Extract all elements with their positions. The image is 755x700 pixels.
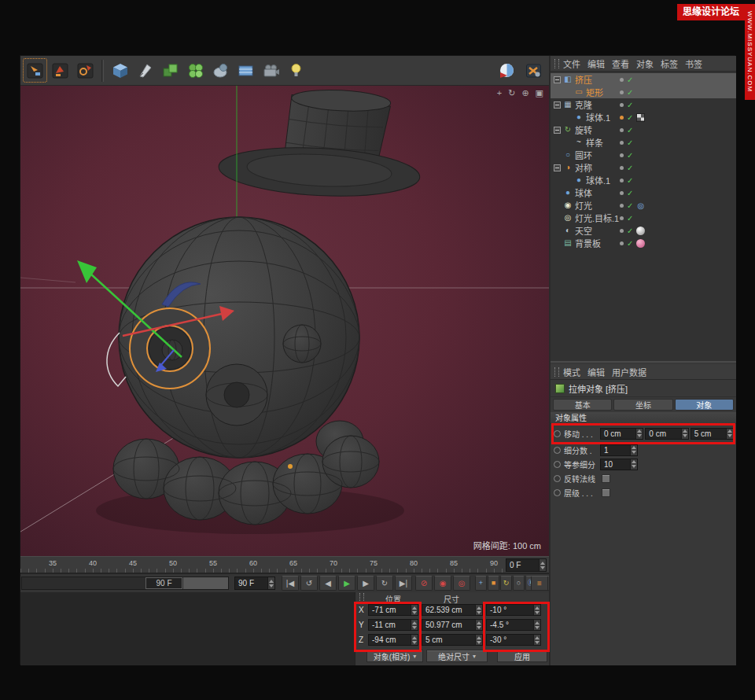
keyframe-selection-button[interactable]: ◎ — [453, 576, 470, 591]
layer-dot[interactable] — [620, 128, 624, 132]
layer-dot[interactable] — [620, 103, 624, 107]
spinner[interactable] — [411, 605, 418, 615]
spinner[interactable] — [533, 620, 540, 630]
target-tag[interactable]: ◎ — [636, 201, 645, 210]
goto-end-button[interactable]: ▶| — [395, 576, 412, 591]
enabled-check[interactable]: ✓ — [627, 227, 633, 235]
step-back-button[interactable]: ◀ — [319, 576, 337, 591]
camera-button[interactable] — [259, 58, 283, 83]
pan-icon[interactable]: + — [497, 88, 502, 98]
modeling-objects-button[interactable] — [183, 58, 208, 83]
anim-dot-icon[interactable] — [554, 475, 561, 482]
timeline-ruler[interactable]: 30354045505560657075808590 0 F — [20, 556, 549, 573]
expand-toggle[interactable] — [554, 101, 561, 109]
value-field[interactable]: 1 — [600, 444, 638, 456]
scene-canvas[interactable] — [20, 86, 549, 556]
checkbox[interactable] — [602, 474, 610, 483]
primitive-cube-button[interactable] — [108, 58, 132, 83]
floor-environment-button[interactable] — [234, 58, 258, 83]
size-mode-button[interactable]: 绝对尺寸▾ — [426, 650, 488, 662]
spinner[interactable] — [533, 605, 540, 615]
spinner[interactable] — [475, 620, 482, 630]
om-menu-item-3[interactable]: 对象 — [636, 57, 654, 70]
om-menu-item-1[interactable]: 编辑 — [587, 57, 605, 70]
expand-toggle[interactable] — [554, 127, 561, 134]
object-row[interactable]: ◉灯光✓◎ — [551, 199, 736, 212]
selection-tool-button[interactable] — [23, 58, 47, 83]
panel-grip[interactable] — [554, 367, 559, 377]
checker-tag[interactable] — [636, 113, 645, 122]
am-menu-item-0[interactable]: 模式 — [563, 366, 580, 378]
anim-dot-icon[interactable] — [554, 461, 561, 468]
tool-options-button[interactable] — [73, 58, 98, 83]
value-field[interactable]: 10 — [600, 459, 638, 470]
enabled-check[interactable]: ✓ — [627, 201, 633, 210]
spinner[interactable] — [411, 620, 418, 630]
render-view-button[interactable] — [495, 58, 519, 83]
record-position-button[interactable]: + — [475, 576, 487, 591]
slider-track[interactable] — [183, 577, 228, 589]
value-field[interactable]: 5 cm — [691, 428, 734, 440]
object-row[interactable]: ▦克隆✓ — [551, 98, 736, 111]
checkbox[interactable] — [602, 488, 610, 497]
pen-spline-button[interactable] — [133, 58, 157, 83]
timeline-end-field[interactable]: 0 F — [506, 558, 547, 572]
position-field[interactable]: -94 cm — [368, 634, 418, 646]
move-tool-button[interactable] — [48, 58, 72, 83]
layer-dot[interactable] — [620, 116, 624, 120]
enabled-check[interactable]: ✓ — [627, 113, 633, 122]
object-row[interactable]: ▭矩形✓ — [551, 86, 736, 98]
enabled-check[interactable]: ✓ — [627, 189, 633, 197]
object-row[interactable]: ◐天空✓ — [551, 224, 736, 237]
enabled-check[interactable]: ✓ — [627, 151, 633, 160]
step-forward-button[interactable]: ▶ — [357, 576, 374, 591]
spinner[interactable] — [475, 605, 482, 615]
enabled-check[interactable]: ✓ — [627, 101, 633, 109]
maximize-icon[interactable]: ▣ — [536, 88, 543, 98]
anim-dot-icon[interactable] — [554, 447, 561, 454]
layer-dot[interactable] — [620, 90, 624, 94]
layer-dot[interactable] — [620, 241, 624, 245]
play-reverse-button[interactable]: ↺ — [300, 576, 318, 591]
om-menu-item-5[interactable]: 书签 — [685, 57, 702, 70]
mouth-torus[interactable] — [206, 364, 267, 426]
record-scale-button[interactable]: ■ — [488, 576, 499, 591]
object-row[interactable]: ●球体.1✓ — [551, 174, 736, 186]
enabled-check[interactable]: ✓ — [627, 176, 633, 185]
spinner[interactable] — [681, 429, 688, 439]
object-row[interactable]: ○圆环✓ — [551, 149, 736, 161]
top-hat[interactable] — [218, 86, 425, 201]
object-row[interactable]: ↻旋转✓ — [551, 123, 736, 136]
position-mode-button[interactable]: 对象(相对)▾ — [366, 650, 423, 662]
apply-button[interactable]: 应用 — [497, 650, 547, 662]
rotation-field[interactable]: -4.5 ° — [486, 619, 541, 631]
spinner[interactable] — [726, 429, 733, 439]
layer-dot[interactable] — [620, 153, 624, 157]
attr-tab-2[interactable]: 对象 — [675, 399, 734, 411]
pink-tag[interactable] — [636, 239, 645, 248]
position-field[interactable]: -11 cm — [368, 619, 418, 631]
selected-point[interactable] — [288, 464, 293, 469]
size-field[interactable]: 62.539 cm — [422, 604, 483, 616]
record-keyframe-button[interactable]: ⊘ — [415, 576, 433, 591]
spinner[interactable] — [475, 635, 482, 645]
loop-button[interactable]: ↻ — [376, 576, 393, 591]
render-settings-button[interactable] — [521, 58, 546, 83]
orbit-icon[interactable]: ↻ — [508, 88, 515, 98]
spinner[interactable] — [635, 429, 643, 439]
rotation-field[interactable]: -10 ° — [486, 604, 541, 616]
am-menu-item-2[interactable]: 用户数据 — [612, 366, 646, 378]
enabled-check[interactable]: ✓ — [627, 164, 633, 172]
size-field[interactable]: 50.977 cm — [422, 619, 483, 631]
expand-toggle[interactable] — [554, 76, 561, 83]
layer-dot[interactable] — [620, 141, 624, 145]
record-rotation-button[interactable]: ↻ — [500, 576, 512, 591]
spinner[interactable] — [533, 635, 540, 645]
layer-dot[interactable] — [620, 229, 624, 233]
layer-dot[interactable] — [620, 204, 624, 208]
om-menu-item-0[interactable]: 文件 — [563, 57, 580, 70]
panel-grip[interactable] — [554, 59, 559, 68]
enabled-check[interactable]: ✓ — [627, 138, 633, 147]
expand-toggle[interactable] — [554, 164, 561, 171]
rotation-field[interactable]: -30 ° — [486, 634, 541, 646]
